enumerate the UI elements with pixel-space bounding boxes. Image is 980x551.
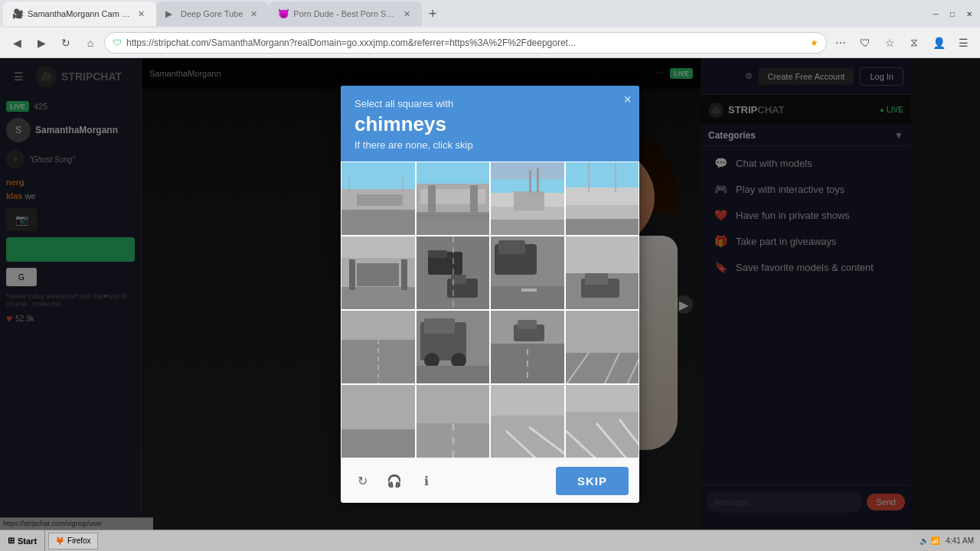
tab-1[interactable]: 🎥 SamanthaMorgann Cam Model: Fr... ✕ xyxy=(3,2,156,26)
captcha-cell-1-1[interactable] xyxy=(341,161,416,236)
svg-rect-31 xyxy=(349,259,355,290)
tab-1-close[interactable]: ✕ xyxy=(135,8,147,20)
tab-2-title: Deep Gore Tube xyxy=(181,9,243,18)
svg-rect-6 xyxy=(416,162,491,185)
captcha-cell-1-2[interactable] xyxy=(416,161,491,236)
svg-rect-23 xyxy=(566,205,640,220)
captcha-footer: ↻ 🎧 ℹ SKIP xyxy=(341,458,639,503)
captcha-dialog: × Select all squares with chimneys If th… xyxy=(341,86,639,503)
refresh-button[interactable]: ↻ xyxy=(55,32,77,54)
captcha-cell-4-2[interactable] xyxy=(416,384,491,458)
captcha-cell-1-4[interactable] xyxy=(565,161,640,236)
svg-rect-21 xyxy=(566,162,640,189)
captcha-cell-3-3[interactable] xyxy=(490,310,565,384)
captcha-cell-2-3[interactable] xyxy=(490,236,565,310)
tab-bar: 🎥 SamanthaMorgann Cam Model: Fr... ✕ ▶ D… xyxy=(0,0,980,28)
extensions-button[interactable]: ⋯ xyxy=(830,32,851,54)
tab-3[interactable]: 😈 Porn Dude - Best Porn Sites & Fre... ✕ xyxy=(269,2,422,26)
refresh-captcha-button[interactable]: ↻ xyxy=(351,470,373,491)
skip-button[interactable]: SKIP xyxy=(556,467,629,495)
tab-2-close[interactable]: ✕ xyxy=(247,8,260,20)
captcha-cell-1-3[interactable] xyxy=(490,161,565,236)
svg-rect-10 xyxy=(428,185,436,212)
svg-rect-60 xyxy=(416,366,491,384)
nav-bar: ◀ ▶ ↻ ⌂ 🛡 https://stripchat.com/Samantha… xyxy=(0,28,980,58)
svg-rect-2 xyxy=(357,194,403,206)
tab-2-favicon: ▶ xyxy=(165,8,176,19)
svg-rect-11 xyxy=(470,185,478,212)
forward-button[interactable]: ▶ xyxy=(31,32,52,54)
svg-rect-22 xyxy=(566,187,640,207)
captcha-cell-2-1[interactable] xyxy=(341,236,416,310)
svg-rect-18 xyxy=(514,191,544,210)
start-label: Start xyxy=(18,536,37,546)
captcha-keyword: chimneys xyxy=(354,112,626,136)
tab-3-title: Porn Dude - Best Porn Sites & Fre... xyxy=(293,9,396,18)
taskbar-item-firefox[interactable]: 🦊 Firefox xyxy=(48,533,98,549)
svg-rect-17 xyxy=(491,220,565,236)
maximize-button[interactable]: □ xyxy=(945,6,960,21)
captcha-cell-3-4[interactable] xyxy=(565,310,640,384)
address-bar[interactable]: 🛡 https://stripchat.com/SamanthaMorgann?… xyxy=(104,32,827,54)
svg-rect-0 xyxy=(341,162,416,191)
svg-rect-65 xyxy=(518,320,537,329)
minimize-button[interactable]: ─ xyxy=(928,6,943,21)
menu-icon[interactable]: ☰ xyxy=(952,32,974,54)
captcha-cell-3-2[interactable] xyxy=(416,310,491,384)
captcha-cell-4-3[interactable] xyxy=(490,384,565,458)
svg-rect-20 xyxy=(537,168,539,193)
footer-icon-group: ↻ 🎧 ℹ xyxy=(351,470,437,491)
svg-rect-24 xyxy=(566,219,640,236)
dialog-close-button[interactable]: × xyxy=(623,92,632,108)
home-button[interactable]: ⌂ xyxy=(80,32,101,54)
svg-rect-57 xyxy=(424,318,455,334)
svg-rect-73 xyxy=(341,385,416,431)
svg-rect-32 xyxy=(401,259,407,290)
svg-rect-13 xyxy=(491,162,565,181)
captcha-instruction-sub: If there are none, click skip xyxy=(354,139,626,151)
firefox-icon: 🦊 xyxy=(55,536,64,545)
svg-rect-36 xyxy=(428,250,447,258)
svg-rect-3 xyxy=(341,210,416,236)
browser-chrome: 🎥 SamanthaMorgann Cam Model: Fr... ✕ ▶ D… xyxy=(0,0,980,58)
captcha-cell-2-2[interactable] xyxy=(416,236,491,310)
close-window-button[interactable]: ✕ xyxy=(962,6,977,21)
new-tab-button[interactable]: + xyxy=(422,3,443,24)
bookmark-star-icon[interactable]: ☆ xyxy=(879,32,900,54)
captcha-header: Select all squares with chimneys If ther… xyxy=(341,86,639,161)
history-icon[interactable]: ⧖ xyxy=(903,32,925,54)
svg-rect-42 xyxy=(498,240,525,254)
svg-rect-30 xyxy=(357,263,399,286)
tab-2[interactable]: ▶ Deep Gore Tube ✕ xyxy=(156,2,269,26)
tab-3-close[interactable]: ✕ xyxy=(400,8,413,20)
system-tray: 🔊 📶 4:41 AM xyxy=(913,536,980,545)
svg-rect-49 xyxy=(585,273,608,285)
taskbar-items: 🦊 Firefox xyxy=(45,533,913,549)
nav-actions: ⋯ 🛡 ☆ ⧖ 👤 ☰ xyxy=(830,32,974,54)
tab-1-title: SamanthaMorgann Cam Model: Fr... xyxy=(28,9,130,18)
account-icon[interactable]: 👤 xyxy=(928,32,949,54)
info-button[interactable]: ℹ xyxy=(416,470,437,491)
captcha-instruction-small: Select all squares with xyxy=(354,98,626,109)
captcha-cell-2-4[interactable] xyxy=(565,236,640,310)
svg-rect-46 xyxy=(566,236,640,275)
captcha-overlay: × Select all squares with chimneys If th… xyxy=(0,58,980,530)
svg-rect-27 xyxy=(341,236,416,259)
start-button[interactable]: ⊞ Start xyxy=(0,530,45,551)
captcha-cell-4-1[interactable] xyxy=(341,384,416,458)
taskbar-item-label: Firefox xyxy=(67,536,91,545)
captcha-cell-4-4[interactable] xyxy=(565,384,640,458)
bookmark-icon[interactable]: ★ xyxy=(810,37,818,48)
back-button[interactable]: ◀ xyxy=(6,32,28,54)
svg-rect-29 xyxy=(341,287,416,310)
svg-rect-83 xyxy=(566,412,640,458)
tab-3-favicon: 😈 xyxy=(278,8,289,19)
captcha-image-grid xyxy=(341,161,639,458)
svg-rect-74 xyxy=(341,429,416,458)
svg-rect-44 xyxy=(521,289,537,292)
shield-icon[interactable]: 🛡 xyxy=(854,32,876,54)
captcha-cell-3-1[interactable] xyxy=(341,310,416,384)
security-icon: 🛡 xyxy=(113,37,122,48)
audio-captcha-button[interactable]: 🎧 xyxy=(384,470,405,491)
system-time: 4:41 AM xyxy=(946,536,974,545)
